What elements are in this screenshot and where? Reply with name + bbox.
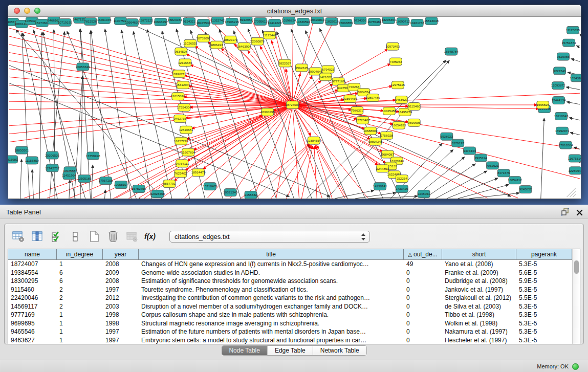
graph-node[interactable]: 20053346 (76, 63, 90, 71)
graph-node[interactable]: 9857791 (163, 180, 176, 188)
cell-in_degree[interactable]: 1 (57, 319, 103, 328)
graph-edge[interactable] (435, 171, 487, 199)
graph-edge[interactable] (80, 29, 90, 199)
graph-edge[interactable] (317, 145, 347, 199)
graph-node[interactable]: 14754111 (175, 160, 189, 167)
table-row[interactable]: 1938455462009Genome-wide association stu… (8, 269, 572, 277)
cell-name[interactable]: 18724007 (8, 260, 57, 269)
graph-node[interactable]: 15668859 (339, 19, 353, 27)
graph-edge[interactable] (293, 105, 322, 198)
graph-node[interactable]: 10973493 (386, 42, 400, 50)
graph-node[interactable]: 18850501 (15, 146, 29, 154)
cell-out_de[interactable]: 0 (404, 311, 442, 319)
graph-edge[interactable] (134, 32, 172, 199)
cell-name[interactable]: 9465546 (8, 327, 57, 336)
graph-node[interactable]: 11026555 (183, 39, 198, 47)
graph-node[interactable]: 15312949 (176, 81, 190, 89)
graph-node[interactable]: 9245061 (418, 190, 430, 198)
graph-node[interactable]: 17554300 (177, 104, 191, 112)
scrollbar-thumb[interactable] (574, 260, 579, 274)
deselect-all-button[interactable] (68, 229, 83, 244)
graph-node[interactable]: 9155332 (245, 191, 257, 199)
cell-title[interactable]: Genome-wide association studies in ADHD. (139, 269, 404, 277)
graph-node[interactable]: 8912954 (240, 17, 253, 24)
network-canvas[interactable]: 1405572420891406106532871527360264661611… (8, 17, 581, 199)
graph-node[interactable]: 19384554 (307, 137, 321, 144)
cell-year[interactable]: 1997 (103, 327, 139, 336)
cell-name[interactable]: 18300295 (8, 277, 57, 286)
graph-edge[interactable] (566, 87, 580, 90)
cell-pagerank[interactable]: 5.5E-5 (516, 294, 572, 302)
cell-year[interactable]: 1997 (103, 286, 139, 294)
graph-node[interactable]: 10807480 (366, 94, 380, 102)
cell-title[interactable]: Disruption of a novel member of a sodium… (139, 302, 404, 311)
cell-out_de[interactable]: 49 (404, 260, 442, 269)
cell-short[interactable]: Tibbo et al. (1998) (442, 311, 516, 319)
graph-edge[interactable] (277, 32, 347, 199)
graph-node[interactable]: 18300295 (260, 108, 275, 116)
graph-node[interactable]: 15718485 (203, 183, 217, 190)
cell-pagerank[interactable]: 5.6E-5 (516, 269, 572, 277)
vertical-scrollbar[interactable] (572, 249, 580, 344)
cell-short[interactable]: Wolkin et al. (1998) (442, 319, 516, 328)
cell-in_degree[interactable]: 6 (57, 269, 103, 277)
cell-out_de[interactable]: 0 (404, 286, 442, 294)
graph-node[interactable]: 17016504 (559, 141, 573, 149)
table-row[interactable]: 2242004622012Investigating the contribut… (8, 294, 572, 302)
resize-grip-icon[interactable] (570, 191, 576, 197)
graph-edge[interactable] (105, 190, 105, 199)
cell-in_degree[interactable]: 2 (57, 294, 103, 302)
column-header-year[interactable]: year (103, 249, 139, 260)
graph-node[interactable]: 11125449 (263, 31, 276, 39)
graph-node[interactable]: 11315742 (211, 17, 225, 24)
graph-node[interactable]: 18724007 (286, 101, 300, 109)
graph-node[interactable]: 7932621 (486, 162, 499, 169)
graph-edge[interactable] (9, 105, 293, 134)
cell-year[interactable]: 2012 (103, 294, 139, 302)
graph-node[interactable]: 15751874 (562, 39, 576, 47)
cell-name[interactable]: 9463627 (8, 336, 57, 345)
graph-edge[interactable] (9, 65, 330, 196)
cell-short[interactable]: Nakamura et al. (1997) (442, 327, 516, 336)
graph-node[interactable]: 8471676 (497, 169, 510, 177)
function-builder-button[interactable]: f(x) (143, 229, 159, 244)
cell-year[interactable]: 1997 (103, 336, 139, 345)
graph-edge[interactable] (174, 105, 292, 181)
graph-node[interactable]: 18475530 (197, 19, 211, 27)
graph-edge[interactable] (567, 102, 580, 104)
graph-node[interactable]: 6822037 (278, 59, 291, 67)
close-panel-icon[interactable] (576, 209, 583, 218)
graph-node[interactable]: 10521340 (223, 189, 237, 196)
graph-node[interactable]: 18820172 (223, 36, 237, 43)
graph-node[interactable]: 14138141 (373, 183, 387, 190)
graph-node[interactable]: 14636592 (296, 18, 310, 26)
table-row[interactable]: 1456911722003Disruption of a novel membe… (8, 302, 572, 311)
graph-edge[interactable] (458, 185, 509, 199)
graph-node[interactable]: 9634508 (175, 48, 188, 55)
cell-in_degree[interactable]: 1 (57, 311, 103, 319)
graph-node[interactable]: 12942757 (45, 164, 59, 172)
column-header-in_degree[interactable]: in_degree (57, 249, 103, 260)
graph-edge[interactable] (570, 133, 580, 135)
graph-node[interactable]: 7815526 (84, 17, 97, 25)
graph-node[interactable]: 12411228 (268, 19, 282, 27)
cell-in_degree[interactable]: 1 (57, 327, 103, 336)
graph-edge[interactable] (184, 75, 292, 105)
cell-pagerank[interactable]: 5.3E-5 (516, 286, 572, 294)
graph-edge[interactable] (276, 105, 293, 198)
graph-node[interactable]: 15824034 (168, 17, 182, 24)
cell-pagerank[interactable]: 5.3E-5 (516, 319, 572, 328)
graph-edge[interactable] (248, 29, 312, 199)
network-view-window[interactable]: citations_edges.txt 14055724208914061065… (8, 5, 581, 199)
graph-edge[interactable] (541, 118, 545, 199)
cell-short[interactable]: Franke et al. (2009) (442, 269, 516, 277)
cell-out_de[interactable]: 0 (404, 302, 442, 311)
graph-edge[interactable] (306, 31, 383, 199)
graph-node[interactable]: 3915981 (8, 156, 18, 163)
graph-edge[interactable] (271, 145, 311, 199)
graph-node[interactable]: 2935114 (475, 154, 487, 162)
cell-title[interactable]: Estimation of significance thresholds fo… (139, 277, 404, 286)
cell-out_de[interactable]: 0 (404, 327, 442, 336)
graph-edge[interactable] (287, 146, 312, 199)
cell-pagerank[interactable]: 5.3E-5 (516, 336, 572, 345)
